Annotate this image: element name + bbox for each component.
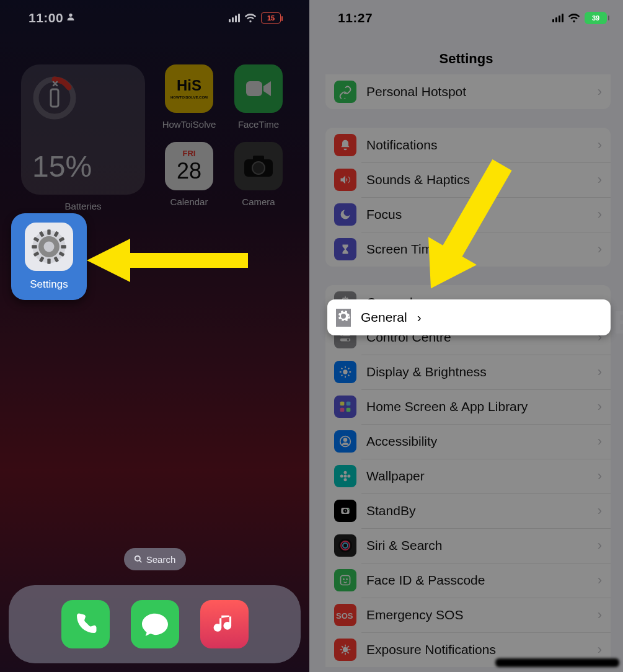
svg-rect-2 — [51, 89, 58, 107]
svg-point-10 — [44, 242, 55, 252]
svg-point-17 — [343, 369, 347, 374]
svg-rect-6 — [253, 156, 264, 161]
status-time: 11:00 — [29, 11, 63, 25]
grid-icon — [334, 396, 356, 418]
face-icon — [334, 569, 356, 591]
settings-row-personal-hotspot[interactable]: Personal Hotspot› — [325, 74, 611, 109]
bell-icon — [334, 134, 356, 156]
settings-label: Settings — [30, 278, 68, 291]
chevron-right-icon: › — [598, 537, 602, 554]
svg-rect-20 — [340, 408, 345, 412]
settings-row-emergency-sos[interactable]: SOSEmergency SOS› — [325, 598, 611, 632]
howtoisolve-app-icon[interactable]: HiSHOWTOISOLVE.COM — [165, 64, 213, 113]
calendar-app-icon[interactable]: FRI 28 — [165, 142, 213, 190]
home-grid: 15% Batteries HiSHOWTOISOLVE.COM HowToiS… — [21, 64, 288, 211]
svg-point-36 — [343, 578, 345, 580]
search-button[interactable]: Search — [124, 548, 186, 570]
chevron-right-icon: › — [598, 607, 602, 623]
callout-arrow-right — [403, 149, 527, 312]
svg-point-39 — [343, 647, 348, 652]
howtoisolve-label: HowToiSolve — [162, 119, 216, 130]
chevron-right-icon: › — [598, 206, 602, 223]
settings-row-home-screen[interactable]: Home Screen & App Library› — [325, 389, 611, 424]
chevron-right-icon: › — [598, 241, 602, 257]
status-bar: 11:27 39 — [309, 0, 623, 36]
chevron-right-icon: › — [598, 572, 602, 588]
battery-widget-label: Batteries — [21, 201, 145, 211]
calendar-day: FRI — [183, 149, 196, 158]
siri-icon — [334, 534, 356, 557]
sos-icon: SOS — [334, 604, 356, 626]
facetime-app-icon[interactable] — [234, 64, 283, 113]
svg-rect-19 — [347, 402, 351, 406]
svg-rect-11 — [47, 229, 50, 234]
battery-level: 39 — [592, 14, 599, 22]
link-icon — [334, 81, 356, 103]
svg-rect-21 — [347, 408, 351, 412]
callout-arrow-left — [87, 236, 248, 288]
person-icon — [334, 430, 356, 453]
battery-icon: 39 — [585, 12, 607, 24]
status-time: 11:27 — [338, 11, 373, 25]
battery-icon: 15 — [261, 12, 281, 24]
profile-indicator-icon — [66, 12, 76, 24]
svg-point-5 — [252, 162, 265, 174]
speaker-icon — [334, 169, 356, 191]
svg-rect-35 — [341, 576, 350, 585]
status-bar: 11:00 15 — [0, 0, 309, 36]
battery-widget[interactable]: 15% — [21, 64, 145, 195]
svg-rect-3 — [246, 81, 262, 96]
svg-point-27 — [340, 475, 343, 478]
chevron-right-icon: › — [598, 399, 602, 415]
svg-rect-18 — [340, 402, 345, 406]
svg-point-28 — [347, 475, 350, 478]
svg-point-26 — [344, 478, 347, 481]
row-label: Personal Hotspot — [366, 84, 466, 99]
dock — [9, 585, 301, 663]
row-label: Focus — [366, 207, 402, 222]
chevron-right-icon: › — [598, 468, 602, 484]
search-label: Search — [146, 554, 176, 565]
settings-row-standby[interactable]: StandBy› — [325, 493, 611, 528]
phone-app-icon[interactable] — [61, 600, 110, 648]
svg-point-0 — [69, 14, 73, 17]
svg-point-25 — [344, 471, 347, 474]
battery-percent: 15% — [32, 149, 134, 183]
battery-ring-icon — [32, 76, 77, 120]
redaction-bar — [495, 658, 619, 667]
moon-icon — [334, 203, 356, 226]
svg-point-16 — [347, 338, 350, 341]
wifi-icon — [568, 14, 580, 22]
row-label: Wallpaper — [366, 469, 425, 484]
sun-icon — [334, 361, 356, 383]
battery-level: 15 — [267, 14, 275, 22]
svg-point-37 — [346, 578, 348, 580]
settings-list-pane: 11:27 39 Settings Personal Hotspot›Notif… — [309, 0, 623, 672]
settings-row-siri-search[interactable]: Siri & Search› — [325, 528, 611, 563]
row-label: Exposure Notifications — [366, 642, 496, 657]
clock-icon — [334, 500, 356, 522]
page-title: Settings — [309, 51, 623, 67]
chevron-right-icon: › — [598, 364, 602, 380]
chevron-right-icon: › — [598, 172, 602, 188]
settings-row-display-brightness[interactable]: Display & Brightness› — [325, 355, 611, 389]
chevron-right-icon: › — [598, 433, 602, 449]
signal-icon — [552, 14, 564, 22]
svg-text:SOS: SOS — [336, 611, 353, 621]
settings-row-wallpaper[interactable]: Wallpaper› — [325, 459, 611, 493]
row-label: Home Screen & App Library — [366, 399, 528, 414]
chevron-right-icon: › — [598, 84, 602, 100]
music-app-icon[interactable] — [200, 600, 249, 648]
settings-row-accessibility[interactable]: Accessibility› — [325, 424, 611, 459]
camera-app-icon[interactable] — [234, 142, 283, 190]
chevron-right-icon: › — [598, 642, 602, 658]
facetime-label: FaceTime — [238, 119, 279, 130]
chevron-right-icon: › — [598, 137, 602, 153]
virus-icon — [334, 639, 356, 661]
search-icon — [134, 555, 143, 564]
messages-app-icon[interactable] — [131, 600, 179, 648]
svg-point-7 — [135, 556, 139, 561]
settings-row-face-id[interactable]: Face ID & Passcode› — [325, 563, 611, 598]
settings-app-tile[interactable]: Settings — [11, 213, 87, 300]
row-label: Emergency SOS — [366, 608, 463, 622]
